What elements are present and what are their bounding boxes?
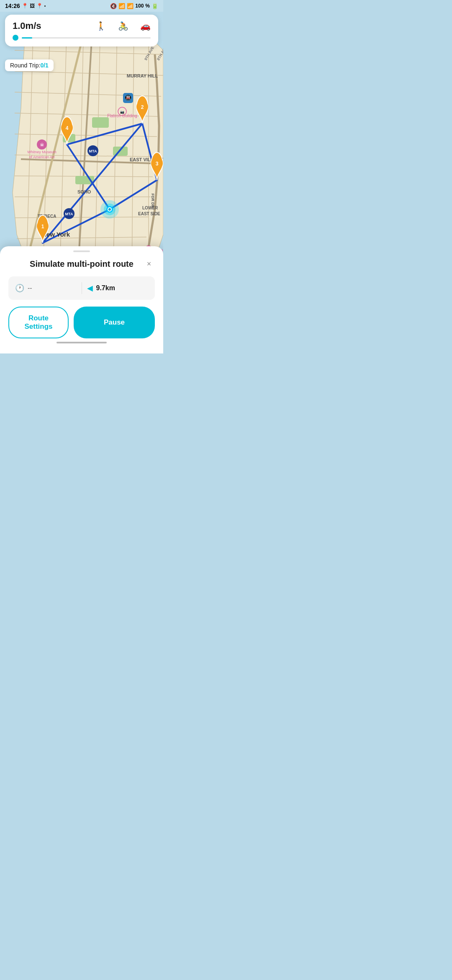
battery-icon: %: [145, 3, 150, 9]
distance-value: 9.7km: [96, 284, 115, 292]
svg-text:LOWER: LOWER: [142, 206, 158, 210]
svg-text:2: 2: [141, 104, 144, 110]
route-settings-button[interactable]: Route Settings: [8, 307, 69, 338]
driving-icon[interactable]: 🚗: [140, 21, 151, 31]
speed-panel: 1.0m/s 🚶 🚴 🚗: [5, 15, 158, 46]
info-row: 🕐 -- ◀ 9.7km: [8, 276, 155, 300]
speed-dot: [13, 35, 18, 41]
info-divider: [82, 282, 82, 294]
battery-visual: 🔋: [152, 3, 158, 9]
svg-rect-23: [92, 117, 109, 128]
svg-text:of American Art: of American Art: [29, 155, 55, 159]
svg-text:Whitney Museum: Whitney Museum: [27, 150, 56, 154]
round-trip-count: 0/1: [40, 62, 48, 69]
home-indicator: [56, 342, 107, 343]
timer-value: --: [28, 284, 32, 292]
location-icon: 📍: [22, 3, 28, 9]
dot-icon: •: [44, 4, 46, 8]
timer-item: 🕐 --: [15, 284, 77, 293]
transport-icons[interactable]: 🚶 🚴 🚗: [96, 21, 151, 31]
svg-text:MTA: MTA: [65, 212, 73, 216]
round-trip-label: Round Trip:: [10, 62, 40, 69]
svg-text:SOHO: SOHO: [77, 189, 91, 194]
distance-item: ◀ 9.7km: [87, 284, 149, 293]
pause-button[interactable]: Pause: [74, 307, 155, 338]
speed-slider[interactable]: [22, 37, 151, 39]
svg-text:MTA: MTA: [89, 149, 97, 153]
sheet-handle: [73, 250, 90, 252]
svg-text:3: 3: [156, 161, 159, 167]
svg-point-37: [108, 208, 111, 211]
mute-icon: 🔇: [110, 3, 117, 9]
svg-rect-25: [113, 147, 128, 156]
status-time: 14:26: [5, 3, 20, 9]
battery-percent: 100: [135, 3, 144, 9]
timer-icon: 🕐: [15, 284, 24, 293]
close-button[interactable]: ×: [143, 258, 155, 270]
bottom-sheet: Simulate multi-point route × 🕐 -- ◀ 9.7k…: [0, 246, 163, 353]
buttons-row: Route Settings Pause: [8, 307, 155, 338]
svg-text:EAST SIDE: EAST SIDE: [138, 211, 160, 216]
photo-icon: 🖼: [30, 3, 35, 9]
navigation-icon: ◀: [87, 284, 93, 293]
speed-value: 1.0m/s: [13, 21, 41, 31]
wifi-icon: 📶: [118, 3, 125, 9]
signal-icon: 📶: [127, 3, 134, 9]
svg-text:🏛: 🏛: [40, 143, 44, 147]
sheet-title: Simulate multi-point route: [20, 259, 143, 269]
status-left: 14:26 📍 🖼 📍 •: [5, 3, 46, 9]
speed-slider-container[interactable]: [13, 35, 151, 41]
svg-text:1: 1: [41, 224, 44, 230]
speed-slider-fill: [22, 37, 32, 39]
nav-icon: 📍: [36, 3, 43, 9]
cycling-icon[interactable]: 🚴: [118, 21, 128, 31]
status-bar: 14:26 📍 🖼 📍 • 🔇 📶 📶 100 % 🔋: [0, 0, 163, 12]
round-trip-badge[interactable]: Round Trip:0/1: [5, 59, 54, 71]
svg-text:📷: 📷: [120, 110, 124, 114]
walking-icon[interactable]: 🚶: [96, 21, 106, 31]
svg-text:4: 4: [66, 125, 69, 131]
sheet-title-row: Simulate multi-point route ×: [8, 258, 155, 270]
svg-text:MURRAY HILL: MURRAY HILL: [127, 73, 158, 78]
svg-text:🚇: 🚇: [125, 94, 132, 101]
status-right: 🔇 📶 📶 100 % 🔋: [110, 3, 158, 9]
